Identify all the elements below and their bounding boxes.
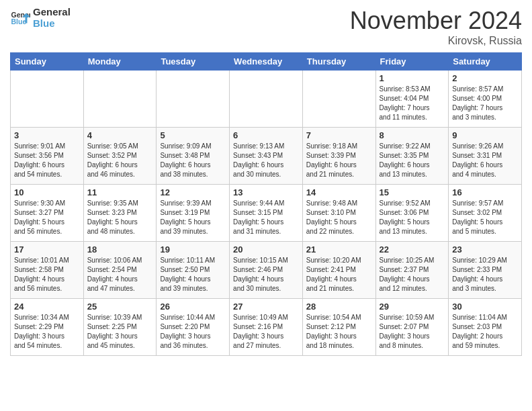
day-number: 9 bbox=[452, 130, 518, 140]
day-number: 26 bbox=[160, 302, 226, 312]
day-number: 23 bbox=[452, 244, 518, 255]
calendar-header: SundayMondayTuesdayWednesdayThursdayFrid… bbox=[11, 53, 522, 71]
day-info: Sunrise: 10:59 AM Sunset: 2:07 PM Daylig… bbox=[380, 313, 445, 351]
day-info: Sunrise: 9:26 AM Sunset: 3:31 PM Dayligh… bbox=[452, 142, 518, 179]
logo-icon: General Blue bbox=[10, 8, 30, 28]
day-info: Sunrise: 10:01 AM Sunset: 2:58 PM Daylig… bbox=[14, 256, 80, 293]
col-header-sunday: Sunday bbox=[11, 53, 84, 71]
day-number: 4 bbox=[87, 130, 153, 140]
calendar-cell: 11Sunrise: 9:35 AM Sunset: 3:23 PM Dayli… bbox=[83, 185, 157, 242]
calendar-cell bbox=[11, 71, 84, 128]
calendar-cell: 27Sunrise: 10:49 AM Sunset: 2:16 PM Dayl… bbox=[230, 299, 303, 356]
day-number: 27 bbox=[233, 302, 299, 312]
col-header-tuesday: Tuesday bbox=[157, 53, 230, 71]
day-info: Sunrise: 9:18 AM Sunset: 3:39 PM Dayligh… bbox=[306, 142, 372, 179]
calendar-cell: 13Sunrise: 9:44 AM Sunset: 3:15 PM Dayli… bbox=[230, 185, 303, 242]
title-block: November 2024 Kirovsk, Russia bbox=[350, 7, 522, 47]
day-number: 14 bbox=[306, 187, 372, 197]
col-header-friday: Friday bbox=[375, 53, 449, 71]
day-info: Sunrise: 10:06 AM Sunset: 2:54 PM Daylig… bbox=[87, 256, 153, 293]
calendar-body: 1Sunrise: 8:53 AM Sunset: 4:04 PM Daylig… bbox=[11, 71, 522, 356]
day-info: Sunrise: 10:44 AM Sunset: 2:20 PM Daylig… bbox=[160, 313, 226, 351]
day-info: Sunrise: 9:13 AM Sunset: 3:43 PM Dayligh… bbox=[233, 142, 299, 179]
calendar-cell: 16Sunrise: 9:57 AM Sunset: 3:02 PM Dayli… bbox=[449, 185, 522, 242]
calendar-cell: 12Sunrise: 9:39 AM Sunset: 3:19 PM Dayli… bbox=[157, 185, 230, 242]
calendar-cell: 19Sunrise: 10:11 AM Sunset: 2:50 PM Dayl… bbox=[157, 242, 230, 299]
day-number: 15 bbox=[380, 187, 445, 197]
calendar-cell: 6Sunrise: 9:13 AM Sunset: 3:43 PM Daylig… bbox=[230, 128, 303, 185]
day-info: Sunrise: 10:15 AM Sunset: 2:46 PM Daylig… bbox=[233, 256, 299, 293]
calendar-cell: 5Sunrise: 9:09 AM Sunset: 3:48 PM Daylig… bbox=[157, 128, 230, 185]
week-row-0: 1Sunrise: 8:53 AM Sunset: 4:04 PM Daylig… bbox=[11, 71, 522, 128]
day-number: 8 bbox=[380, 130, 445, 140]
calendar-cell: 30Sunrise: 11:04 AM Sunset: 2:03 PM Dayl… bbox=[449, 299, 522, 356]
calendar-cell: 17Sunrise: 10:01 AM Sunset: 2:58 PM Dayl… bbox=[11, 242, 84, 299]
calendar-cell: 14Sunrise: 9:48 AM Sunset: 3:10 PM Dayli… bbox=[302, 185, 375, 242]
day-number: 12 bbox=[160, 187, 226, 197]
calendar-cell bbox=[230, 71, 303, 128]
logo-line2: Blue bbox=[33, 18, 71, 30]
calendar-cell: 3Sunrise: 9:01 AM Sunset: 3:56 PM Daylig… bbox=[11, 128, 84, 185]
day-number: 29 bbox=[380, 302, 445, 312]
day-number: 6 bbox=[233, 130, 299, 140]
day-number: 13 bbox=[233, 187, 299, 197]
day-number: 18 bbox=[87, 244, 153, 255]
day-number: 16 bbox=[452, 187, 518, 197]
day-number: 25 bbox=[87, 302, 153, 312]
calendar-cell: 18Sunrise: 10:06 AM Sunset: 2:54 PM Dayl… bbox=[83, 242, 157, 299]
day-info: Sunrise: 9:44 AM Sunset: 3:15 PM Dayligh… bbox=[233, 199, 299, 236]
day-info: Sunrise: 9:09 AM Sunset: 3:48 PM Dayligh… bbox=[160, 142, 226, 179]
col-header-thursday: Thursday bbox=[302, 53, 375, 71]
col-header-monday: Monday bbox=[83, 53, 157, 71]
calendar-cell: 2Sunrise: 8:57 AM Sunset: 4:00 PM Daylig… bbox=[449, 71, 522, 128]
day-number: 22 bbox=[380, 244, 445, 255]
day-info: Sunrise: 10:49 AM Sunset: 2:16 PM Daylig… bbox=[233, 313, 299, 351]
day-info: Sunrise: 9:01 AM Sunset: 3:56 PM Dayligh… bbox=[14, 142, 80, 179]
week-row-3: 17Sunrise: 10:01 AM Sunset: 2:58 PM Dayl… bbox=[11, 242, 522, 299]
day-info: Sunrise: 11:04 AM Sunset: 2:03 PM Daylig… bbox=[452, 313, 518, 351]
day-info: Sunrise: 9:05 AM Sunset: 3:52 PM Dayligh… bbox=[87, 142, 153, 179]
logo-line1: General bbox=[33, 7, 71, 18]
col-header-saturday: Saturday bbox=[449, 53, 522, 71]
calendar-cell: 1Sunrise: 8:53 AM Sunset: 4:04 PM Daylig… bbox=[375, 71, 449, 128]
calendar-cell: 7Sunrise: 9:18 AM Sunset: 3:39 PM Daylig… bbox=[302, 128, 375, 185]
week-row-2: 10Sunrise: 9:30 AM Sunset: 3:27 PM Dayli… bbox=[11, 185, 522, 242]
calendar-cell: 10Sunrise: 9:30 AM Sunset: 3:27 PM Dayli… bbox=[11, 185, 84, 242]
day-info: Sunrise: 9:48 AM Sunset: 3:10 PM Dayligh… bbox=[306, 199, 372, 236]
day-info: Sunrise: 10:54 AM Sunset: 2:12 PM Daylig… bbox=[306, 313, 372, 351]
svg-text:Blue: Blue bbox=[11, 17, 27, 26]
day-info: Sunrise: 9:39 AM Sunset: 3:19 PM Dayligh… bbox=[160, 199, 226, 236]
calendar-cell: 8Sunrise: 9:22 AM Sunset: 3:35 PM Daylig… bbox=[375, 128, 449, 185]
day-number: 11 bbox=[87, 187, 153, 197]
logo: General Blue General Blue bbox=[10, 7, 71, 29]
location-subtitle: Kirovsk, Russia bbox=[350, 35, 522, 47]
calendar-cell: 15Sunrise: 9:52 AM Sunset: 3:06 PM Dayli… bbox=[375, 185, 449, 242]
week-row-1: 3Sunrise: 9:01 AM Sunset: 3:56 PM Daylig… bbox=[11, 128, 522, 185]
week-row-4: 24Sunrise: 10:34 AM Sunset: 2:29 PM Dayl… bbox=[11, 299, 522, 356]
day-number: 1 bbox=[380, 73, 445, 83]
calendar-cell: 23Sunrise: 10:29 AM Sunset: 2:33 PM Dayl… bbox=[449, 242, 522, 299]
calendar-cell: 20Sunrise: 10:15 AM Sunset: 2:46 PM Dayl… bbox=[230, 242, 303, 299]
calendar-table: SundayMondayTuesdayWednesdayThursdayFrid… bbox=[10, 52, 522, 356]
calendar-cell bbox=[157, 71, 230, 128]
calendar-cell bbox=[83, 71, 157, 128]
day-info: Sunrise: 9:52 AM Sunset: 3:06 PM Dayligh… bbox=[380, 199, 445, 236]
calendar-cell bbox=[302, 71, 375, 128]
day-info: Sunrise: 9:22 AM Sunset: 3:35 PM Dayligh… bbox=[380, 142, 445, 179]
day-number: 10 bbox=[14, 187, 80, 197]
day-info: Sunrise: 8:57 AM Sunset: 4:00 PM Dayligh… bbox=[452, 85, 518, 122]
calendar-cell: 9Sunrise: 9:26 AM Sunset: 3:31 PM Daylig… bbox=[449, 128, 522, 185]
day-info: Sunrise: 10:39 AM Sunset: 2:25 PM Daylig… bbox=[87, 313, 153, 351]
day-number: 19 bbox=[160, 244, 226, 255]
calendar-cell: 29Sunrise: 10:59 AM Sunset: 2:07 PM Dayl… bbox=[375, 299, 449, 356]
day-number: 17 bbox=[14, 244, 80, 255]
calendar-cell: 26Sunrise: 10:44 AM Sunset: 2:20 PM Dayl… bbox=[157, 299, 230, 356]
day-info: Sunrise: 10:25 AM Sunset: 2:37 PM Daylig… bbox=[380, 256, 445, 293]
day-number: 7 bbox=[306, 130, 372, 140]
day-info: Sunrise: 9:30 AM Sunset: 3:27 PM Dayligh… bbox=[14, 199, 80, 236]
day-number: 24 bbox=[14, 302, 80, 312]
day-info: Sunrise: 8:53 AM Sunset: 4:04 PM Dayligh… bbox=[380, 85, 445, 122]
day-number: 21 bbox=[306, 244, 372, 255]
col-header-wednesday: Wednesday bbox=[230, 53, 303, 71]
header-row: SundayMondayTuesdayWednesdayThursdayFrid… bbox=[11, 53, 522, 71]
